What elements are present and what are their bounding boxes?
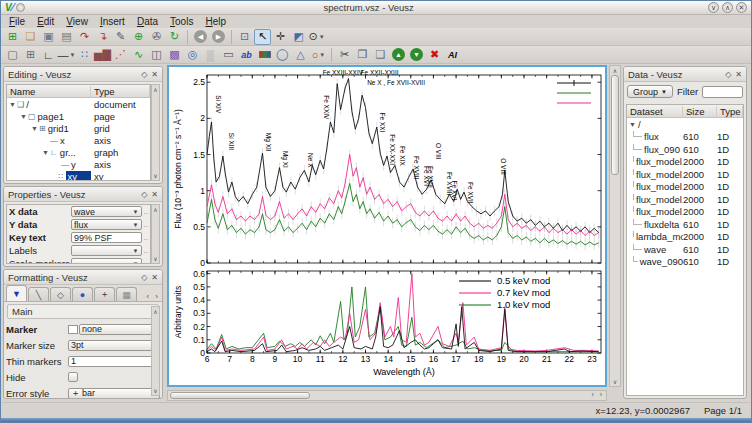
float-panel-icon[interactable]: ◇ (141, 70, 147, 79)
add-key-icon[interactable]: ◫ (148, 47, 165, 63)
zoom-menu-icon[interactable]: ⊙▼ (308, 29, 325, 45)
add-page-icon[interactable]: ▢ (4, 47, 21, 63)
cut-icon[interactable]: ✂ (336, 47, 353, 63)
close-panel-icon[interactable]: ✕ (151, 190, 158, 199)
add-image-icon[interactable]: ▩ (166, 47, 183, 63)
tab-marker-border[interactable]: ◇ (50, 287, 71, 301)
paste-icon[interactable]: ❑ (372, 47, 389, 63)
menu-edit[interactable]: Edit (32, 16, 59, 27)
tree-row-x[interactable]: —xaxis (7, 134, 150, 146)
export-document-icon[interactable]: ↷ (76, 29, 93, 45)
tab-color[interactable]: ▦ (116, 287, 137, 301)
capture-data-icon[interactable]: ✇ (148, 29, 165, 45)
move-down-icon[interactable]: ▼ (408, 47, 425, 63)
add-polar-icon[interactable]: ◯ (274, 47, 291, 63)
dataset-row-flux_model[interactable]: flux_model...20001D (627, 193, 743, 206)
tab-error-bar[interactable]: ＋ (94, 287, 115, 301)
tag-button[interactable]: .. (144, 233, 148, 242)
plot-horizontal-scrollbar[interactable]: ‹ › (167, 390, 607, 401)
delete-icon[interactable]: ✖ (426, 47, 443, 63)
menu-view[interactable]: View (61, 16, 93, 27)
tag-button[interactable]: .. (144, 220, 148, 229)
scroll-up-icon[interactable]: ∧ (610, 67, 620, 74)
add-fit-icon[interactable]: ⋰ (112, 47, 129, 63)
tree-row-grid1[interactable]: ▼⊞grid1grid (7, 122, 150, 134)
dataset-row-flux[interactable]: flux6101D (627, 131, 743, 144)
error-style-select[interactable]: ＋bar▼ (68, 388, 160, 399)
add-function-icon[interactable]: ∿ (130, 47, 147, 63)
tab-marker-fill[interactable]: ● (72, 287, 93, 301)
tag-button[interactable]: .. (144, 259, 148, 264)
tab-main[interactable]: ▼ (6, 285, 27, 301)
add-xy-icon[interactable]: ∷ (76, 47, 93, 63)
minimize-button[interactable]: ∨ (708, 2, 719, 13)
open-document-icon[interactable]: ❏ (22, 29, 39, 45)
editing-scrollbar[interactable]: ∧∨ (151, 84, 160, 181)
properties-scrollbar[interactable]: ∧∨ (151, 204, 160, 264)
dataset-row-flux_model[interactable]: flux_model...20001D (627, 206, 743, 219)
select-items-icon[interactable]: ↖ (254, 29, 271, 45)
copy-icon[interactable]: ❐ (354, 47, 371, 63)
scroll-down-icon[interactable]: ∨ (610, 378, 620, 385)
column-name[interactable]: Name (7, 86, 91, 97)
edit-data-icon[interactable]: ✎ (112, 29, 129, 45)
column-size[interactable]: Size (683, 106, 717, 117)
tab-scroll-buttons[interactable]: ‹ › (146, 292, 160, 301)
marker-size-select[interactable]: 3pt▼ (68, 340, 160, 351)
chevron-down-icon[interactable]: ▼ (629, 121, 636, 128)
read-data-points-icon[interactable]: ✛ (272, 29, 289, 45)
vscroll-thumb[interactable] (611, 75, 619, 175)
add-line-menu-icon[interactable]: —▼ (58, 47, 75, 63)
close-panel-icon[interactable]: ✕ (735, 70, 742, 79)
hscroll-thumb[interactable] (170, 392, 310, 399)
menu-file[interactable]: File (4, 16, 30, 27)
import-data-icon[interactable]: ↴ (94, 29, 111, 45)
tree-row-page1[interactable]: ▼▢page1page (7, 110, 150, 122)
scale-markers-select[interactable]: ▼ (71, 258, 142, 264)
menu-tools[interactable]: Tools (165, 16, 198, 27)
add-textbox-icon[interactable]: ▭ (220, 47, 237, 63)
dataset-row-flux_model[interactable]: flux_model...20001D (627, 168, 743, 181)
column-type[interactable]: Type (717, 106, 743, 117)
new-dataset-icon[interactable]: ⊕ (130, 29, 147, 45)
close-panel-icon[interactable]: ✕ (151, 70, 158, 79)
view-whole-page-icon[interactable]: ⊡ (236, 29, 253, 45)
move-up-icon[interactable]: ▲ (390, 47, 407, 63)
maximize-button[interactable]: ∧ (722, 2, 733, 13)
print-document-icon[interactable]: ▤ (58, 29, 75, 45)
float-panel-icon[interactable]: ◇ (725, 70, 731, 79)
add-label-icon[interactable]: ab (238, 47, 255, 63)
float-panel-icon[interactable]: ◇ (141, 190, 147, 199)
new-document-icon[interactable]: ⊞ (4, 29, 21, 45)
tree-row-[interactable]: ▼❏/document (7, 98, 150, 110)
formatting-scrollbar[interactable]: ∧∨ (151, 306, 160, 396)
plot-canvas[interactable]: 00.511.522.5Si XIVSi XIIIMg XIIMg XINe X… (167, 65, 607, 387)
add-axis-icon[interactable]: ∟ (40, 47, 57, 63)
key-text-input[interactable]: 99% PSF (71, 232, 142, 243)
dataset-row-flux_model[interactable]: flux_model...20001D (627, 181, 743, 194)
add-colorbar-icon[interactable] (256, 47, 273, 63)
menu-insert[interactable]: Insert (95, 16, 130, 27)
group-button[interactable]: Group▼ (627, 85, 673, 98)
thin-markers-stepper[interactable]: 1∧∨ (68, 356, 160, 367)
previous-page-icon[interactable]: ◀ (192, 29, 209, 45)
column-dataset[interactable]: Dataset (627, 106, 683, 117)
hscroll-arrows[interactable]: ‹ › (591, 391, 604, 398)
y-data-select[interactable]: flux▼ (71, 219, 142, 230)
close-button[interactable]: ✕ (736, 2, 747, 13)
spectrum-figure[interactable]: 00.511.522.5Si XIVSi XIIIMg XIIMg XINe X… (169, 67, 605, 385)
labels-select[interactable]: ▼ (71, 245, 142, 256)
float-panel-icon[interactable]: ◇ (141, 273, 147, 282)
tag-button[interactable]: .. (144, 207, 148, 216)
tree-row-gr[interactable]: ▼∟gr...graph (7, 146, 150, 158)
rename-icon[interactable]: AI (444, 47, 461, 63)
tree-row-xy[interactable]: ∷xyxy (7, 170, 150, 181)
column-type[interactable]: Type (91, 86, 150, 97)
zoom-graph-axes-icon[interactable]: ◩ (290, 29, 307, 45)
tree-row-y[interactable]: —yaxis (7, 158, 150, 170)
close-panel-icon[interactable]: ✕ (151, 273, 158, 282)
menu-data[interactable]: Data (132, 16, 163, 27)
add-grid-icon[interactable]: ⊞ (22, 47, 39, 63)
add-ternary-icon[interactable]: △ (292, 47, 309, 63)
dataset-row-flux_model[interactable]: flux_model...20001D (627, 156, 743, 169)
